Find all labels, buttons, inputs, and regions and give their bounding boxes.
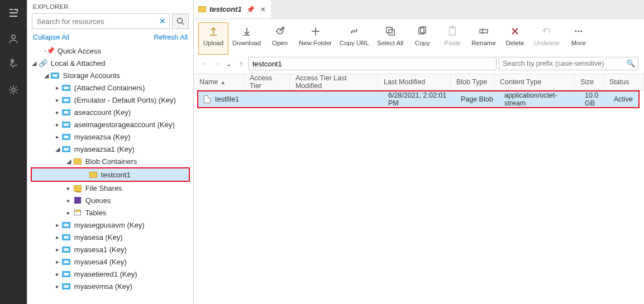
toolbar: Upload Download Open New Folder Copy URL… — [194, 19, 644, 55]
collapse-all-link[interactable]: Collapse All — [33, 33, 69, 41]
new-folder-button[interactable]: New Folder — [295, 22, 336, 55]
grid-header: Name▲ Access Tier Access Tier Last Modif… — [194, 74, 644, 90]
close-tab-icon[interactable]: ✕ — [259, 6, 267, 13]
select-all-icon — [384, 25, 397, 37]
col-tier-modified[interactable]: Access Tier Last Modified — [290, 74, 378, 90]
storage-icon — [62, 234, 70, 240]
storage-accounts-node[interactable]: ◢ Storage Accounts — [27, 69, 193, 81]
col-last-modified[interactable]: Last Modified — [378, 74, 451, 90]
undelete-icon — [541, 25, 553, 37]
svg-point-13 — [580, 31, 582, 32]
nav-back-icon[interactable]: ← — [199, 59, 209, 69]
connect-icon[interactable] — [7, 58, 20, 70]
queues-icon — [74, 197, 81, 204]
blob-containers-node[interactable]: ◢Blob Containers — [27, 155, 193, 167]
btn-label: New Folder — [299, 40, 332, 46]
delete-button[interactable]: Delete — [500, 22, 530, 55]
upload-button[interactable]: Upload — [198, 22, 228, 55]
path-input[interactable] — [249, 57, 497, 70]
container-testcont1[interactable]: testcont1 — [32, 168, 189, 181]
settings-icon[interactable] — [7, 84, 20, 96]
col-label: Size — [580, 78, 594, 86]
col-size[interactable]: Size — [575, 74, 604, 90]
col-content-type[interactable]: Content Type — [494, 74, 575, 90]
rename-button[interactable]: Rename — [468, 22, 499, 55]
copy-url-button[interactable]: Copy URL — [336, 22, 373, 55]
tree-item[interactable]: ▸aseaccount (Key) — [27, 106, 193, 118]
btn-label: Copy — [415, 40, 430, 46]
storage-icon — [62, 247, 70, 253]
col-name[interactable]: Name▲ — [194, 74, 244, 90]
tree-item[interactable]: ▸myasesa4 (Key) — [27, 255, 193, 268]
tree-item[interactable]: ▸myaseazsa (Key) — [27, 131, 193, 143]
activity-bar — [0, 0, 27, 304]
btn-label: Paste — [445, 40, 461, 46]
col-blob-type[interactable]: Blob Type — [451, 74, 494, 90]
clear-search-icon[interactable]: ✕ — [159, 17, 166, 26]
tab-strip: testcont1 📌 ✕ — [194, 0, 644, 19]
tree-item-expanded[interactable]: ◢myaseazsa1 (Key) — [27, 143, 193, 155]
copy-button[interactable]: Copy — [407, 22, 437, 55]
tree-label: (Emulator - Default Ports) (Key) — [74, 96, 176, 104]
pin-icon: -📌 — [45, 47, 54, 55]
account-icon[interactable] — [7, 32, 20, 45]
undelete-button[interactable]: Undelete — [530, 22, 564, 55]
tree-item[interactable]: ▸myasesa1 (Key) — [27, 243, 193, 255]
storage-icon — [51, 73, 59, 79]
tree-label: myaseazsa (Key) — [74, 133, 130, 141]
search-button[interactable] — [172, 13, 189, 29]
quick-access-label: Quick Access — [58, 47, 101, 55]
tree-label: myasegpusavm (Key) — [74, 221, 145, 229]
tree-item[interactable]: ▸myasetiered1 (Key) — [27, 268, 193, 280]
container-icon — [89, 172, 97, 178]
search-icon[interactable]: 🔍 — [626, 59, 635, 67]
col-label: Status — [609, 78, 629, 86]
prefix-search-input[interactable] — [499, 57, 638, 70]
file-shares-node[interactable]: ▸File Shares — [27, 182, 193, 194]
nav-recent-icon[interactable]: ⌄ — [224, 59, 234, 69]
storage-icon — [62, 109, 70, 115]
tab-testcont1[interactable]: testcont1 📌 ✕ — [194, 0, 272, 18]
queues-node[interactable]: ▸Queues — [27, 194, 193, 206]
svg-point-0 — [12, 35, 15, 38]
refresh-all-link[interactable]: Refresh All — [154, 33, 188, 41]
fileshare-icon — [74, 185, 82, 191]
tree-label: File Shares — [85, 184, 122, 192]
storage-icon — [62, 134, 70, 140]
local-attached-node[interactable]: ◢🔗 Local & Attached — [27, 57, 193, 69]
open-button[interactable]: Open — [265, 22, 295, 55]
table-row[interactable]: testfile1 6/28/2021, 2:02:01 PM Page Blo… — [198, 91, 638, 107]
select-all-button[interactable]: Select All — [373, 22, 407, 55]
tree-item[interactable]: ▸(Attached Containers) — [27, 81, 193, 94]
tree-label: aseimagestorageaccount (Key) — [74, 120, 175, 129]
btn-label: Delete — [505, 40, 524, 46]
explorer-icon[interactable] — [7, 7, 20, 19]
tree-item[interactable]: ▸(Emulator - Default Ports) (Key) — [27, 94, 193, 106]
nav-row: ← → ⌄ ↑ 🔍 — [194, 55, 644, 74]
nav-forward-icon[interactable]: → — [212, 59, 222, 69]
tree-item[interactable]: ▸myasevmsa (Key) — [27, 280, 193, 292]
col-access-tier[interactable]: Access Tier — [244, 74, 290, 90]
svg-rect-4 — [387, 27, 392, 33]
link-icon — [348, 25, 360, 37]
storage-icon — [62, 222, 70, 228]
main-panel: testcont1 📌 ✕ Upload Download Open New F… — [194, 0, 644, 304]
tree-item[interactable]: ▸aseimagestorageaccount (Key) — [27, 118, 193, 131]
quick-access-node[interactable]: -📌 Quick Access — [27, 45, 193, 57]
tables-node[interactable]: ▸Tables — [27, 206, 193, 219]
tree-item[interactable]: ▸myasesa (Key) — [27, 231, 193, 243]
search-input[interactable] — [32, 17, 169, 26]
more-button[interactable]: More — [564, 22, 594, 55]
download-button[interactable]: Download — [228, 22, 265, 55]
paste-button[interactable]: Paste — [437, 22, 468, 55]
nav-up-icon[interactable]: ↑ — [236, 59, 246, 69]
svg-rect-5 — [389, 30, 394, 35]
pin-tab-icon[interactable]: 📌 — [245, 6, 256, 13]
cell-blob-type: Page Blob — [461, 95, 493, 103]
col-label: Last Modified — [384, 78, 425, 86]
tree-item[interactable]: ▸myasegpusavm (Key) — [27, 219, 193, 231]
resource-tree: -📌 Quick Access ◢🔗 Local & Attached ◢ St… — [27, 45, 193, 304]
selected-row-highlight: testfile1 6/28/2021, 2:02:01 PM Page Blo… — [197, 90, 640, 108]
col-label: Access Tier Last Modified — [295, 74, 372, 90]
col-status[interactable]: Status — [604, 74, 644, 90]
